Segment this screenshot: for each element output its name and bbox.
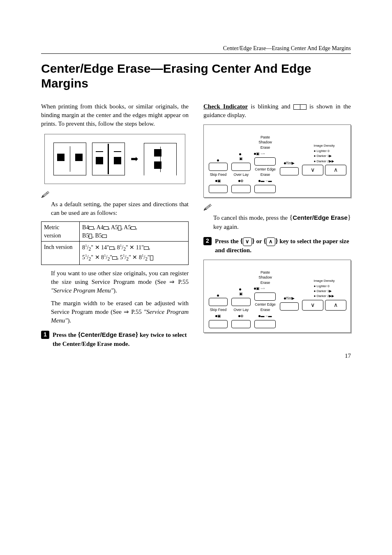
panel-button <box>231 163 251 171</box>
step-2: 2 Press the {∨} or {∧} key to select the… <box>203 236 351 255</box>
arrow-icon: ➡ <box>131 153 138 166</box>
density-labels: Image Density ● Lighter 0 ● Darker 1▶ ● … <box>314 264 334 299</box>
panel-button <box>254 320 276 328</box>
cell-inch-sizes: 81/2" ✕ 14", 81/2" ✕ 11", 51/2" ✕ 81/2",… <box>80 242 189 265</box>
panel-button <box>209 320 228 328</box>
panel-button <box>280 302 299 311</box>
up-key-icon: ∧ <box>266 237 275 246</box>
down-button: ∨ <box>302 165 323 175</box>
table-row: Inch version 81/2" ✕ 14", 81/2" ✕ 11", 5… <box>42 242 189 265</box>
control-panel-figure-1: Skip Feed ▣ ▣ Over Lay ⊕ Paste Shadow Er… <box>203 124 351 198</box>
panel-button <box>209 298 228 306</box>
output-icon <box>144 143 177 175</box>
up-button: ∧ <box>325 300 346 311</box>
step2-text: Press the {∨} or {∧} key to select the p… <box>215 236 351 255</box>
panel-button <box>209 163 228 171</box>
panel-button <box>280 167 299 175</box>
cell-metric-label: Metric version <box>42 222 80 242</box>
panel-button <box>254 185 276 193</box>
note1: As a default setting, the paper sizes an… <box>51 200 189 217</box>
cell-inch-label: Inch version <box>42 242 80 265</box>
step-number-icon: 1 <box>41 331 49 339</box>
note3: The margin width to be erased can be adj… <box>51 299 189 325</box>
panel-button <box>209 185 228 193</box>
step1-text: Press the {Center/Edge Erase} key twice … <box>53 330 189 348</box>
page-title: Center/Edge Erase—Erasing Center And Edg… <box>41 61 351 91</box>
book-binding-icon <box>92 143 125 175</box>
down-key-icon: ∨ <box>243 237 252 246</box>
step-1: 1 Press the {Center/Edge Erase} key twic… <box>41 330 189 348</box>
right-column: Check Indicator is blinking and is shown… <box>203 102 351 348</box>
intro-paragraph: When printing from thick books, or simil… <box>41 102 189 128</box>
density-labels: Image Density ● Lighter 0 ● Darker 1▶ ● … <box>314 129 334 164</box>
note2: If you want to use other size originals,… <box>51 269 189 295</box>
cell-metric-sizes: B4, A4, A5, A5, B5, B5 <box>80 222 189 242</box>
down-button: ∨ <box>302 300 323 311</box>
note-icon: 🖉 <box>203 203 351 213</box>
check-indicator-text: Check Indicator is blinking and is shown… <box>203 102 351 120</box>
panel-button <box>254 157 276 166</box>
book-icon <box>53 143 86 175</box>
book-figure: ➡ <box>44 134 185 184</box>
running-header: Center/Edge Erase—Erasing Center And Edg… <box>41 45 351 54</box>
guidance-box-icon <box>293 104 307 110</box>
panel-button <box>231 320 251 328</box>
step-number-icon: 2 <box>203 237 212 245</box>
left-column: When printing from thick books, or simil… <box>41 102 189 348</box>
note-icon: 🖉 <box>41 190 189 200</box>
control-panel-figure-2: Skip Feed ▣ ▣ Over Lay ⊕ Paste Shadow Er… <box>203 260 351 333</box>
panel-button <box>231 298 251 306</box>
cancel-note: To cancel this mode, press the {Center/E… <box>213 213 351 231</box>
panel-button <box>254 292 276 301</box>
header-text: Center/Edge Erase—Erasing Center And Edg… <box>41 45 351 52</box>
page-number: 17 <box>41 352 351 359</box>
table-row: Metric version B4, A4, A5, A5, B5, B5 <box>42 222 189 242</box>
panel-button <box>231 185 251 193</box>
paper-size-table: Metric version B4, A4, A5, A5, B5, B5 In… <box>41 221 189 265</box>
up-button: ∧ <box>325 165 346 175</box>
